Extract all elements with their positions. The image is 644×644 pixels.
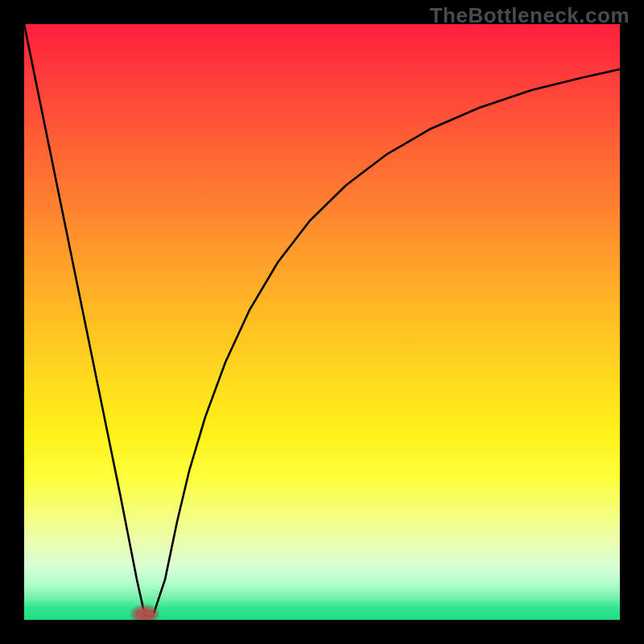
optimal-point-marker bbox=[135, 609, 155, 620]
plot-area bbox=[24, 24, 620, 620]
chart-frame: TheBottleneck.com bbox=[0, 0, 644, 644]
curve-svg bbox=[24, 24, 620, 620]
bottleneck-curve bbox=[24, 24, 620, 616]
watermark-text: TheBottleneck.com bbox=[430, 3, 630, 28]
